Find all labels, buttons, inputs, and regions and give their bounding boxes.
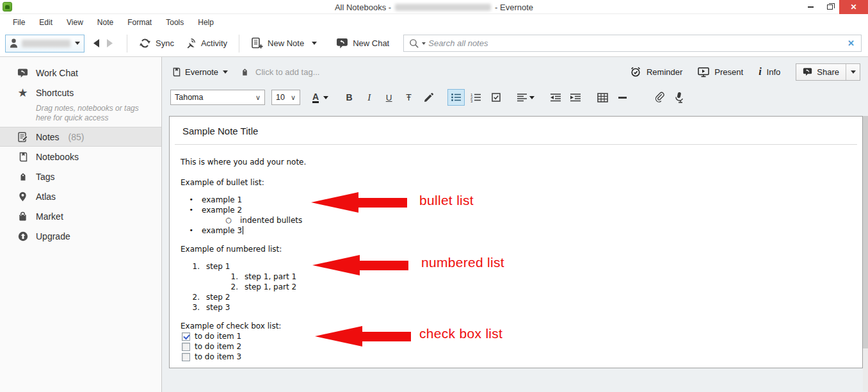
note-body[interactable]: This is where you add your note. Example…	[170, 157, 862, 362]
present-button[interactable]: Present	[698, 67, 743, 78]
svg-text:3: 3	[470, 99, 473, 102]
sidebar-item-notebooks[interactable]: Notebooks	[0, 147, 161, 167]
italic-button[interactable]: I	[360, 89, 378, 106]
new-chat-button[interactable]: New Chat	[331, 35, 394, 52]
outdent-button[interactable]	[547, 89, 564, 106]
restore-button[interactable]	[820, 0, 839, 14]
bullet-glyph: •	[181, 205, 202, 215]
vertical-scrollbar[interactable]	[863, 116, 868, 391]
map-pin-icon	[17, 192, 28, 202]
back-button[interactable]	[92, 38, 100, 48]
sync-icon	[139, 37, 151, 49]
bold-button[interactable]: B	[341, 89, 358, 106]
info-icon: i	[759, 66, 761, 78]
align-button[interactable]	[515, 89, 536, 106]
numbered-list-arrow	[312, 255, 408, 275]
highlighter-button[interactable]	[420, 89, 437, 106]
notebook-selector[interactable]: Evernote	[171, 65, 229, 79]
font-size-select[interactable]: 10 ∨	[271, 90, 300, 105]
sidebar-label: Atlas	[36, 192, 56, 202]
activity-label: Activity	[201, 38, 227, 48]
checkbox-unchecked[interactable]	[182, 343, 190, 351]
search-input[interactable]	[428, 38, 844, 48]
underline-icon: U	[386, 93, 392, 102]
menu-file[interactable]: File	[6, 15, 32, 29]
reminder-button[interactable]: Reminder	[630, 66, 682, 78]
note-editor-area: Evernote Click to add tag... Reminder Pr…	[162, 57, 868, 392]
select-chevron-icon: ∨	[255, 94, 261, 102]
title-bar: All Notebooks - - Evernote ✕	[0, 0, 868, 14]
upgrade-arrow-icon	[17, 231, 28, 241]
search-bar[interactable]: ✕	[403, 35, 862, 52]
share-button[interactable]: Share	[796, 63, 860, 81]
numbered-list: 1. step 1 1. step 1, part 1 2. step 1, p…	[181, 261, 851, 313]
activity-icon	[184, 37, 197, 49]
search-clear-icon[interactable]: ✕	[846, 38, 856, 48]
font-color-button[interactable]: A	[310, 89, 330, 106]
sidebar-label: Notebooks	[36, 152, 79, 162]
checkbox-button[interactable]	[487, 89, 504, 106]
menu-tools[interactable]: Tools	[159, 15, 191, 29]
star-icon: ★	[17, 88, 28, 97]
record-audio-button[interactable]	[670, 89, 687, 106]
list-item: • example 2	[181, 205, 851, 215]
bullet-list-icon	[451, 92, 462, 102]
paperclip-icon	[654, 92, 665, 103]
sidebar-item-tags[interactable]: Tags	[0, 167, 161, 186]
underline-button[interactable]: U	[380, 89, 398, 106]
list-item-text: step 1, part 1	[245, 272, 296, 282]
notebooks-icon	[17, 152, 28, 162]
search-scope-dropdown-icon[interactable]	[422, 42, 426, 45]
sync-button[interactable]: Sync	[134, 34, 179, 53]
sidebar-item-market[interactable]: Market	[0, 206, 161, 226]
forward-button[interactable]	[106, 38, 114, 48]
menu-format[interactable]: Format	[120, 15, 159, 29]
toolbar-separator	[239, 35, 239, 53]
insert-table-button[interactable]	[594, 89, 611, 106]
sidebar-item-shortcuts[interactable]: ★ Shortcuts	[0, 83, 161, 102]
bullet-list-button[interactable]	[447, 89, 465, 106]
sidebar-item-atlas[interactable]: Atlas	[0, 186, 161, 206]
checkbox-list-arrow	[315, 326, 411, 347]
account-dropdown[interactable]	[5, 35, 84, 53]
bullet-list-arrow	[311, 192, 407, 213]
toolbar-separator	[127, 35, 127, 53]
menu-view[interactable]: View	[60, 15, 90, 29]
info-button[interactable]: i Info	[759, 66, 780, 78]
attach-file-button[interactable]	[650, 89, 668, 106]
activity-button[interactable]: Activity	[179, 34, 232, 53]
checkbox-list: to do item 1 to do item 2 to do item 3	[181, 331, 851, 362]
menu-edit[interactable]: Edit	[32, 15, 60, 29]
info-label: Info	[767, 67, 781, 77]
minimize-button[interactable]	[801, 0, 820, 14]
sidebar-item-work-chat[interactable]: Work Chat	[0, 63, 161, 83]
menu-note[interactable]: Note	[90, 15, 120, 29]
share-dropdown[interactable]	[846, 64, 860, 80]
add-tag-control[interactable]: Click to add tag...	[241, 67, 319, 77]
indent-button[interactable]	[567, 89, 584, 106]
account-username-redacted	[22, 40, 70, 47]
close-button[interactable]: ✕	[839, 0, 868, 14]
numbered-list-button[interactable]: 123	[467, 89, 485, 106]
window-title-suffix: - Evernote	[495, 3, 533, 12]
font-family-select[interactable]: Tahoma ∨	[170, 90, 265, 105]
new-note-button[interactable]: New Note	[246, 34, 322, 53]
checkbox-checked[interactable]	[182, 332, 190, 341]
numbered-section-heading: Example of numbered list:	[181, 244, 851, 254]
checkbox-unchecked[interactable]	[182, 353, 190, 361]
checkbox-section-heading: Example of check box list:	[181, 321, 851, 331]
new-chat-icon	[336, 38, 348, 49]
tag-icon	[17, 172, 28, 182]
note-panel[interactable]: Sample Note Title This is where you add …	[169, 116, 863, 368]
scrollbar-thumb[interactable]	[863, 116, 868, 348]
strikethrough-button[interactable]: Ŧ	[400, 89, 417, 106]
microphone-icon	[674, 92, 684, 103]
chevron-down-icon	[223, 70, 228, 74]
sidebar-item-notes[interactable]: Notes (85)	[0, 127, 161, 147]
note-title[interactable]: Sample Note Title	[170, 117, 862, 136]
horizontal-rule-button[interactable]	[614, 89, 631, 106]
sidebar-item-upgrade[interactable]: Upgrade	[0, 226, 161, 246]
sidebar-label: Tags	[36, 172, 55, 182]
menu-help[interactable]: Help	[191, 15, 221, 29]
note-intro-text: This is where you add your note.	[181, 157, 851, 167]
